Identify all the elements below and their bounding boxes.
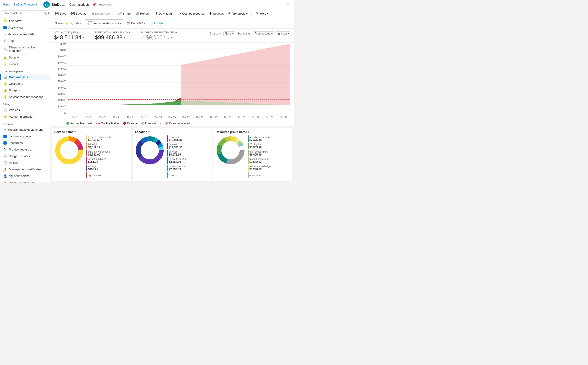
sidebar-item-advisor[interactable]: 💡 Advisor recommendations [0,94,50,100]
resource-group-content: arcadia-private-previ... $7,476.48 2019i… [216,135,290,178]
download-icon: ⬇ [155,12,158,15]
sidebar-item-mgmt-certs[interactable]: 🏅 Management certificates [0,166,50,173]
sidebar-item-my-permissions[interactable]: 👤 My permissions [0,173,50,179]
location-chart-title[interactable]: Location ▾ [135,130,209,134]
try-preview-button[interactable]: 👁 Try preview [226,11,249,16]
cost-resource-icon: ≡ [179,12,181,15]
legend-overage-forecast: Overage forecast [165,122,190,125]
sidebar-item-programmatic[interactable]: ⚙ Programmatic deployment [0,126,50,133]
usage-icon: 📈 [3,154,7,158]
security-icon: 🔒 [3,56,7,59]
cost-by-resource-button[interactable]: ≡ Cost by resource [178,11,206,16]
actual-info-icon[interactable]: ℹ [79,31,80,34]
date-picker[interactable]: 📅 Dec 2020 ▾ [125,21,147,26]
group-by-chevron: ▾ [232,32,233,35]
forecast-metric: FORECAST: CHART VIEW ON ℹ $99,486.88 ▾ [95,31,130,41]
delete-view-button[interactable]: 🗑 Delete view [89,11,112,16]
view-label: VIEW ⓘ [87,20,93,26]
toolbar-sep1 [114,11,114,16]
close-button[interactable]: ✕ [285,1,291,7]
save-icon: 💾 [55,12,59,15]
service-legend: azure synapse analy... $37,511.67 hdinsi… [86,135,113,178]
preview-icon: 🔭 [3,148,7,151]
actual-cost-metric: ACTUAL COST (USD) ℹ $48,511.84 ▾ [54,31,84,41]
svg-marker-15 [68,99,181,105]
breadcrumb-home[interactable]: Home [3,3,10,6]
chart-controls-right: Group by: None ▾ Granularity: Accumulate… [210,31,290,36]
group-by-select[interactable]: None ▾ [224,31,235,36]
sidebar-item-diagnose[interactable]: 🔧 Diagnose and solve problems [0,44,50,54]
sidebar-item-events[interactable]: ⚡ Events [0,61,50,67]
budget-line [96,123,100,124]
permissions-icon: 👤 [3,174,7,178]
area-chart-icon: ▦ [278,32,280,35]
search-input[interactable] [2,11,48,16]
share-icon: 🔗 [118,12,122,15]
budget-label: BUDGET: AZUREDATAUXDESIG... [141,31,179,34]
sidebar-item-security[interactable]: 🔒 Security [0,54,50,61]
svg-point-33 [141,141,159,159]
resource-group-title[interactable]: Resource group name ▾ [216,130,290,134]
location-legend: us west 2 $19,935.36 us east $11,321.51 [167,135,186,178]
help-icon: ❓ [255,12,259,15]
providers-icon: 🔌 [3,181,7,182]
billing-section: Billing [0,100,50,107]
view-selector[interactable]: VIEW ⓘ Accumulated costs ▾ [85,19,123,27]
actual-cost-value[interactable]: $48,511.84 ▾ [54,34,84,41]
sidebar-item-partner-info[interactable]: 🤝 Partner information [0,113,50,120]
sidebar-item-tags[interactable]: 🏷 Tags [0,37,50,44]
sidebar-item-invoices[interactable]: 📄 Invoices [0,107,50,113]
app-title: BigData [52,2,65,6]
breadcrumb: Home › BigDataPMInternal [3,3,41,6]
app-subtitle: Subscription [99,3,283,6]
granularity-select[interactable]: Accumulated ▾ [253,31,274,36]
sidebar-item-resources[interactable]: Resources [0,140,50,146]
save-button[interactable]: 💾 Save [53,11,68,16]
help-button[interactable]: ❓ Help ▾ [253,11,270,16]
diagnose-icon: 🔧 [3,48,7,51]
budget-value[interactable]: ⚠ $9,000 /mo ▾ [141,34,179,41]
save-as-button[interactable]: 💾 Save as [69,11,88,16]
sidebar-item-resource-providers[interactable]: 🔌 Resource providers [0,179,50,182]
scope-value: BigData [70,22,79,25]
svg-point-23 [60,141,78,159]
service-chart-title[interactable]: Service name ▾ [54,130,129,134]
breadcrumb-sub[interactable]: BigDataPMInternal [14,3,37,6]
sidebar-item-cost-analysis[interactable]: 📊 Cost analysis [0,74,50,80]
overview-icon: ⭐ [3,19,7,23]
refresh-button[interactable]: 🔄 Refresh [134,11,152,16]
search-icon: 🔍 [43,12,47,15]
settings-button[interactable]: ⚙ Settings [207,11,226,16]
forecast-value[interactable]: $99,486.88 ▾ [95,34,130,41]
add-filter-button[interactable]: + Add filter [149,21,167,26]
sidebar-item-resource-groups[interactable]: Resource groups [0,133,50,140]
resource-group-chart-card: Resource group name ▾ [213,128,292,181]
collapse-icon[interactable]: « [47,11,50,15]
scope-pill[interactable]: Scope : ⭐ BigData ▾ [53,21,83,26]
forecast-info-icon[interactable]: ℹ [129,31,130,34]
y-axis: $110K $100K $90,000 $80,000 $70,000 $60,… [54,43,68,114]
legend-forecast: Forecast cost [141,122,162,125]
sidebar-item-access-control[interactable]: 🛡 Access control (IAM) [0,31,50,37]
sidebar-item-policies[interactable]: 📋 Policies [0,159,50,166]
sidebar-item-preview-features[interactable]: 🔭 Preview features [0,146,50,153]
sidebar-item-activity-log[interactable]: Activity log [0,24,50,31]
share-button[interactable]: 🔗 Share [116,11,133,16]
resource-group-legend: arcadia-private-previ... $7,476.48 2019i… [248,135,274,178]
sidebar-item-overview[interactable]: ⭐ Overview [0,17,50,24]
scope-bar: Scope : ⭐ BigData ▾ VIEW ⓘ Accumulated c… [50,18,294,28]
view-chevron: ▾ [120,22,121,24]
area-select[interactable]: ▦ Area ▾ [276,31,290,36]
location-chevron: ▾ [148,131,150,133]
sidebar-item-budgets[interactable]: 💰 Budgets [0,87,50,94]
overage-forecast-dot [165,122,168,125]
chart-svg [68,43,290,105]
sidebar-item-usage-quotas[interactable]: 📈 Usage + quotas [0,153,50,159]
pin-icon[interactable]: 📌 [92,3,96,6]
actual-chevron: ▾ [83,36,84,39]
sidebar-item-cost-alerts[interactable]: 🔔 Cost alerts [0,80,50,87]
resources-icon [3,141,7,145]
help-chevron: ▾ [267,12,268,15]
download-button[interactable]: ⬇ Download [153,11,174,16]
metrics-bar: ACTUAL COST (USD) ℹ $48,511.84 ▾ FORECAS… [50,28,294,43]
